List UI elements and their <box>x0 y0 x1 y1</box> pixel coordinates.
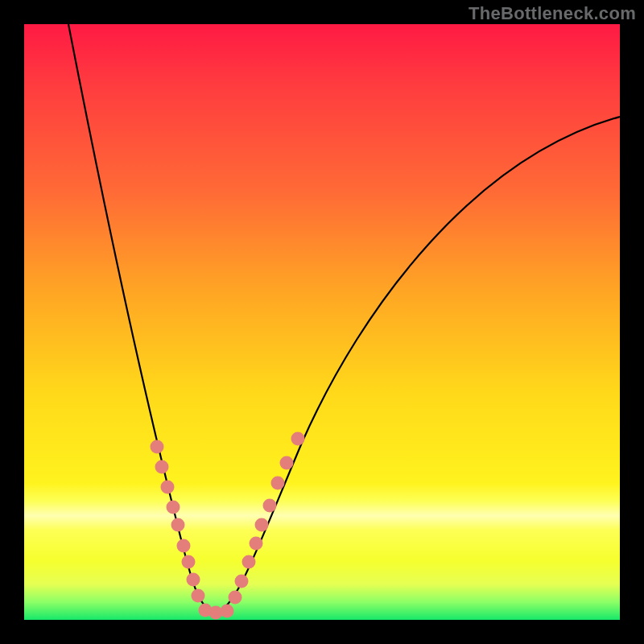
data-dot <box>235 575 249 588</box>
data-dot <box>221 605 234 618</box>
data-dot <box>177 539 191 553</box>
data-dot <box>155 460 169 474</box>
chart-plot-area <box>24 24 620 620</box>
bottleneck-curve <box>68 24 620 612</box>
bottleneck-curve-svg <box>24 24 620 620</box>
data-dot <box>242 555 256 569</box>
data-dot <box>167 501 180 514</box>
watermark-text: TheBottleneck.com <box>469 3 636 24</box>
data-dot <box>151 440 164 454</box>
data-dot <box>271 477 285 490</box>
data-dot <box>161 481 175 494</box>
data-dot <box>291 432 305 446</box>
data-dot <box>192 589 205 603</box>
data-dot <box>171 518 185 532</box>
data-dot <box>229 591 242 605</box>
data-dot <box>280 456 294 470</box>
data-dot <box>250 537 263 551</box>
data-dot <box>182 555 196 569</box>
data-dot <box>187 573 200 587</box>
data-dot <box>255 518 269 532</box>
data-dot <box>263 499 277 513</box>
